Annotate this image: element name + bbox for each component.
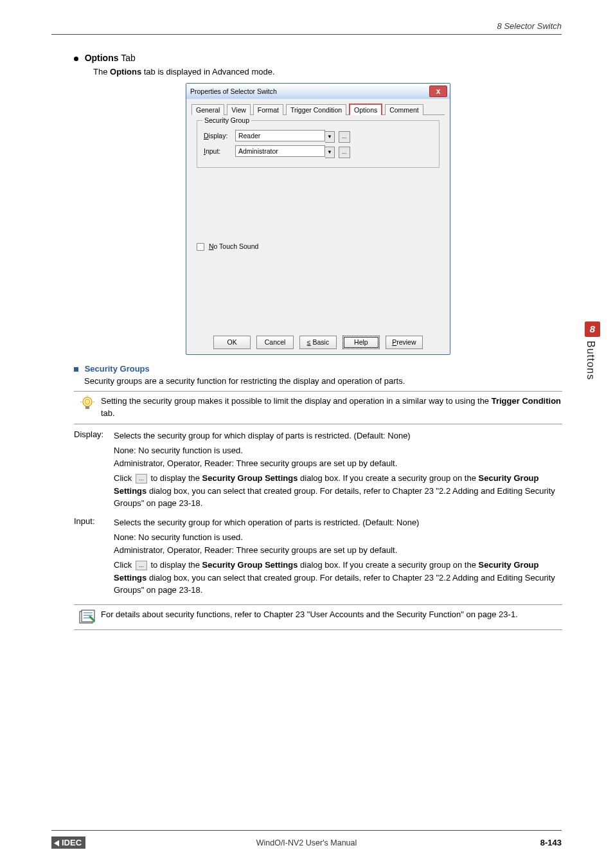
input-p2b: Administrator, Operator, Reader: Three s…	[114, 544, 562, 557]
d3-mid2: dialog box. If you create a security gro…	[298, 473, 478, 483]
input-browse-button[interactable]: ...	[339, 147, 350, 158]
input-label: Input:	[204, 147, 233, 155]
display-field-text: Selects the security group for which dis…	[114, 429, 562, 512]
dialog-buttons: OK Cancel ≤ Basic Help Preview	[186, 332, 450, 354]
ellipsis-button-icon[interactable]: ...	[136, 561, 147, 570]
rule-top	[51, 34, 562, 35]
bullet-icon	[74, 57, 78, 61]
chevron-down-icon[interactable]: ▼	[325, 147, 335, 158]
tip-text: Setting the security group makes it poss…	[101, 395, 562, 420]
input-row: Input: Administrator▼ ...	[204, 145, 432, 158]
intro-prefix: The	[93, 67, 110, 77]
blue-square-icon	[74, 367, 78, 372]
input-select[interactable]: Administrator	[235, 145, 325, 157]
note-box: For details about security functions, re…	[74, 604, 562, 630]
display-field-label: Display:	[74, 429, 114, 512]
options-heading: Options Tab	[74, 53, 562, 63]
d3-bold1: Security Group Settings	[202, 473, 298, 483]
options-title-bold: Options	[85, 53, 119, 63]
note-icon	[74, 609, 101, 626]
display-p2a: None: No security function is used.	[114, 444, 562, 457]
help-button[interactable]: Help	[342, 336, 380, 349]
footer-right: 8-143	[540, 838, 562, 847]
tab-options[interactable]: Options	[349, 104, 382, 115]
no-touch-checkbox[interactable]	[197, 243, 204, 251]
i3-bold1: Security Group Settings	[202, 560, 298, 570]
display-field: Display: Selects the security group for …	[74, 429, 562, 512]
d3-mid1: to display the	[148, 473, 202, 483]
header-right: 8 Selector Switch	[497, 21, 562, 31]
tab-view[interactable]: View	[227, 104, 251, 115]
content: Options Tab The Options tab is displayed…	[74, 53, 562, 635]
dialog-titlebar[interactable]: Properties of Selector Switch x	[186, 84, 450, 99]
input-field-label: Input:	[74, 516, 114, 599]
rule-bottom	[51, 830, 562, 831]
dialog-panel: Security Group Display: Reader▼ ... Inpu…	[191, 114, 445, 328]
display-row: Display: Reader▼ ...	[204, 130, 432, 143]
ellipsis-button-icon[interactable]: ...	[136, 474, 147, 484]
basic-button[interactable]: ≤ Basic	[299, 336, 337, 349]
display-select[interactable]: Reader	[235, 130, 325, 141]
side-label: Buttons	[585, 341, 596, 380]
dialog-tabs: General View Format Trigger Condition Op…	[191, 103, 445, 114]
display-p1: Selects the security group for which dis…	[114, 429, 562, 442]
display-browse-button[interactable]: ...	[339, 131, 350, 143]
display-p2b: Administrator, Operator, Reader: Three s…	[114, 457, 562, 470]
input-field-text: Selects the security group for which ope…	[114, 516, 562, 599]
preview-button[interactable]: Preview	[386, 336, 423, 349]
i3-prefix: Click	[114, 560, 134, 570]
tip-prefix: Setting the security group makes it poss…	[101, 396, 492, 406]
intro-suffix: tab is displayed in Advanced mode.	[141, 67, 274, 77]
close-icon[interactable]: x	[429, 86, 447, 97]
dialog-title: Properties of Selector Switch	[190, 87, 277, 95]
tip-bold: Trigger Condition	[492, 396, 561, 406]
chevron-down-icon[interactable]: ▼	[325, 131, 335, 143]
i3-mid1: to display the	[148, 560, 202, 570]
intro-bold: Options	[110, 67, 141, 77]
d3-prefix: Click	[114, 473, 134, 483]
security-heading-text: Security Groups	[85, 364, 150, 374]
ok-button[interactable]: OK	[213, 336, 251, 349]
svg-rect-2	[85, 406, 89, 409]
input-p3: Click ... to display the Security Group …	[114, 559, 562, 597]
security-heading: Security Groups	[74, 364, 562, 374]
side-tab: 8 Buttons	[585, 321, 601, 380]
no-touch-row[interactable]: No Touch Sound	[197, 242, 440, 251]
svg-point-1	[85, 399, 90, 404]
dialog-wrap: Properties of Selector Switch x General …	[74, 83, 562, 355]
no-touch-label: No Touch Sound	[209, 242, 258, 250]
cancel-button[interactable]: Cancel	[256, 336, 294, 349]
d3-suffix: dialog box, you can select that created …	[114, 486, 555, 509]
input-field: Input: Selects the security group for wh…	[74, 516, 562, 599]
tab-trigger-condition[interactable]: Trigger Condition	[286, 104, 346, 115]
options-title-rest: Tab	[121, 53, 136, 63]
display-label: Display:	[204, 132, 233, 140]
options-intro: The Options tab is displayed in Advanced…	[93, 67, 562, 77]
tab-general[interactable]: General	[191, 104, 224, 115]
tab-format[interactable]: Format	[253, 104, 283, 115]
input-p1: Selects the security group for which ope…	[114, 516, 562, 529]
side-number: 8	[585, 321, 600, 337]
security-intro: Security groups are a security function …	[84, 376, 562, 386]
i3-suffix: dialog box, you can select that created …	[114, 573, 555, 595]
dialog: Properties of Selector Switch x General …	[186, 83, 450, 355]
i3-mid2: dialog box. If you create a security gro…	[298, 560, 478, 570]
tip-suffix: tab.	[101, 408, 115, 418]
input-p2a: None: No security function is used.	[114, 531, 562, 544]
security-group-fieldset: Security Group Display: Reader▼ ... Inpu…	[197, 120, 440, 168]
footer-center: WindO/I-NV2 User's Manual	[0, 838, 613, 847]
display-p3: Click ... to display the Security Group …	[114, 472, 562, 510]
tip-box: Setting the security group makes it poss…	[74, 391, 562, 424]
lightbulb-icon	[74, 395, 101, 420]
tab-comment[interactable]: Comment	[385, 104, 423, 115]
note-text: For details about security functions, re…	[101, 609, 562, 626]
security-group-legend: Security Group	[202, 116, 251, 124]
